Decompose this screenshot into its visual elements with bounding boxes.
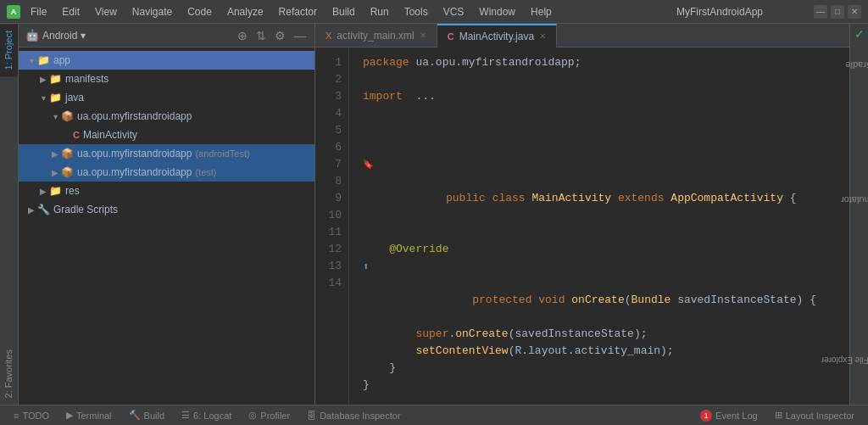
tree-label-pkg-test: ua.opu.myfirstandroidapp (77, 166, 192, 178)
xml-tab-icon: X (326, 31, 331, 41)
checkmark-icon: ✓ (851, 24, 868, 44)
menu-tools[interactable]: Tools (398, 4, 435, 20)
status-logcat[interactable]: ☰ 6: Logcat (175, 405, 238, 426)
code-line-6 (363, 139, 849, 156)
tree-item-pkg-main[interactable]: ▾ 📦 ua.opu.myfirstandroidapp (19, 107, 314, 126)
menu-window[interactable]: Window (472, 4, 522, 20)
status-terminal[interactable]: ▶ Terminal (59, 405, 119, 426)
code-line-9: @Override (363, 241, 849, 258)
tree-item-pkg-androidtest[interactable]: ▶ 📦 ua.opu.myfirstandroidapp (androidTes… (19, 144, 314, 163)
tree-item-java[interactable]: ▾ 📁 java (19, 88, 314, 107)
menu-build[interactable]: Build (326, 4, 362, 20)
tree-item-mainactivity[interactable]: ▶ C MainActivity (19, 126, 314, 144)
code-line-8 (363, 224, 849, 241)
sidebar-item-emulator[interactable]: Emulator (833, 192, 868, 209)
sidebar-item-device-file-explorer[interactable]: Device File Explorer (815, 352, 868, 368)
editor-area: X activity_main.xml ✕ C MainActivity.jav… (315, 24, 849, 405)
app-folder-icon: 📁 (37, 54, 50, 66)
build-label: Build (144, 411, 164, 421)
status-todo[interactable]: ≡ TODO (7, 405, 56, 426)
code-editor[interactable]: package ua.opu.myfirstandroidapp; import… (349, 48, 849, 405)
menu-analyze[interactable]: Analyze (220, 4, 270, 20)
pkg-test-icon: 📦 (61, 166, 74, 178)
tree-item-pkg-test[interactable]: ▶ 📦 ua.opu.myfirstandroidapp (test) (19, 163, 314, 182)
menu-code[interactable]: Code (181, 4, 219, 20)
status-layout-inspector[interactable]: ⊞ Layout Inspector (768, 405, 861, 426)
code-view[interactable]: 1 2 3 4 5 6 7 8 9 10 11 12 13 14 package… (315, 48, 849, 405)
menu-edit[interactable]: Edit (55, 4, 86, 20)
menu-vcs[interactable]: VCS (437, 4, 471, 20)
code-line-1: package ua.opu.myfirstandroidapp; (363, 54, 849, 71)
tree-label-pkg-main: ua.opu.myfirstandroidapp (77, 110, 192, 122)
tree-label-res: res (65, 185, 80, 197)
menu-refactor[interactable]: Refactor (272, 4, 324, 20)
tab-close-java[interactable]: ✕ (539, 31, 546, 41)
todo-label: TODO (22, 411, 49, 421)
tab-label-mainactivity: MainActivity.java (459, 31, 534, 42)
pkg-androidtest-icon: 📦 (61, 148, 74, 159)
expand-arrow-manifests: ▶ (37, 75, 49, 84)
code-line-4 (363, 105, 849, 122)
event-log-label: Event Log (715, 411, 758, 421)
statusbar: ≡ TODO ▶ Terminal 🔨 Build ☰ 6: Logcat ◎ … (0, 405, 868, 425)
profiler-icon: ◎ (248, 410, 257, 421)
tree-label-mainactivity: MainActivity (83, 129, 137, 141)
close-button[interactable]: ✕ (848, 5, 861, 19)
pkg-main-icon: 📦 (61, 110, 74, 122)
code-line-2 (363, 71, 849, 88)
menu-run[interactable]: Run (364, 4, 396, 20)
main-area: 1: Project 2: Favorites 🤖 Android ▾ ⊕ ⇅ … (0, 24, 868, 405)
status-event-log[interactable]: 1 Event Log (693, 405, 765, 426)
file-tree: ▾ 📁 app ▶ 📁 manifests ▾ 📁 java ▾ (19, 48, 314, 405)
tree-label-pkg-test-suffix: (test) (195, 167, 216, 177)
collapse-icon[interactable]: — (292, 27, 308, 44)
menu-help[interactable]: Help (524, 4, 559, 20)
sidebar-item-project[interactable]: 1: Project (0, 24, 18, 76)
tree-label-pkg-androidtest-suffix: (androidTest) (195, 148, 249, 159)
profiler-label: Profiler (260, 411, 290, 421)
code-line-14: } (363, 377, 849, 394)
code-line-13: } (363, 360, 849, 377)
tree-item-manifests[interactable]: ▶ 📁 manifests (19, 70, 314, 88)
database-icon: 🗄 (307, 411, 316, 421)
menu-bar: File Edit View Navigate Code Analyze Ref… (24, 4, 676, 20)
expand-arrow-java: ▾ (37, 93, 49, 103)
java-tab-icon: C (448, 31, 454, 42)
status-build[interactable]: 🔨 Build (122, 405, 171, 426)
expand-arrow-pkg-test: ▶ (49, 168, 61, 177)
status-database-inspector[interactable]: 🗄 Database Inspector (300, 405, 407, 426)
tab-close-xml[interactable]: ✕ (420, 31, 426, 40)
right-sidebar-tabs: ✓ Gradle Emulator Device File Explorer (849, 24, 868, 405)
code-line-10: ⬆ protected void onCreate(Bundle savedIn… (363, 258, 849, 326)
sync-icon[interactable]: ⊕ (236, 27, 249, 44)
tree-item-gradle[interactable]: ▶ 🔧 Gradle Scripts (19, 200, 314, 219)
tree-label-java: java (65, 92, 84, 103)
tab-mainactivity-java[interactable]: C MainActivity.java ✕ (437, 24, 557, 48)
project-view-dropdown[interactable]: 🤖 Android ▾ (25, 29, 86, 42)
terminal-icon: ▶ (66, 410, 73, 421)
menu-file[interactable]: File (24, 4, 53, 20)
tree-item-res[interactable]: ▶ 📁 res (19, 182, 314, 200)
gradle-icon: 🔧 (37, 204, 50, 215)
left-sidebar-tabs: 1: Project 2: Favorites (0, 24, 19, 405)
override-icon: ⬆ (363, 259, 369, 276)
titlebar: A File Edit View Navigate Code Analyze R… (0, 0, 868, 24)
menu-view[interactable]: View (88, 4, 124, 20)
tab-activity-main-xml[interactable]: X activity_main.xml ✕ (315, 24, 437, 48)
layout-inspector-label: Layout Inspector (786, 411, 854, 421)
status-profiler[interactable]: ◎ Profiler (242, 405, 297, 426)
project-panel: 🤖 Android ▾ ⊕ ⇅ ⚙ — ▾ 📁 app ▶ 📁 (19, 24, 315, 405)
expand-arrow-res: ▶ (37, 187, 49, 196)
tree-item-app[interactable]: ▾ 📁 app (19, 51, 314, 70)
sidebar-item-favorites[interactable]: 2: Favorites (0, 343, 18, 405)
minimize-button[interactable]: — (814, 5, 827, 19)
code-line-7: 🔖 public class MainActivity extends AppC… (363, 156, 849, 224)
settings-icon[interactable]: ⚙ (273, 27, 287, 44)
menu-navigate[interactable]: Navigate (125, 4, 179, 20)
code-line-3: import ... (363, 88, 849, 105)
sort-icon[interactable]: ⇅ (254, 27, 268, 44)
sidebar-item-gradle[interactable]: Gradle (838, 57, 868, 74)
maximize-button[interactable]: □ (831, 5, 844, 19)
tab-label-activity-main: activity_main.xml (337, 30, 414, 42)
tree-label-manifests: manifests (65, 73, 108, 85)
